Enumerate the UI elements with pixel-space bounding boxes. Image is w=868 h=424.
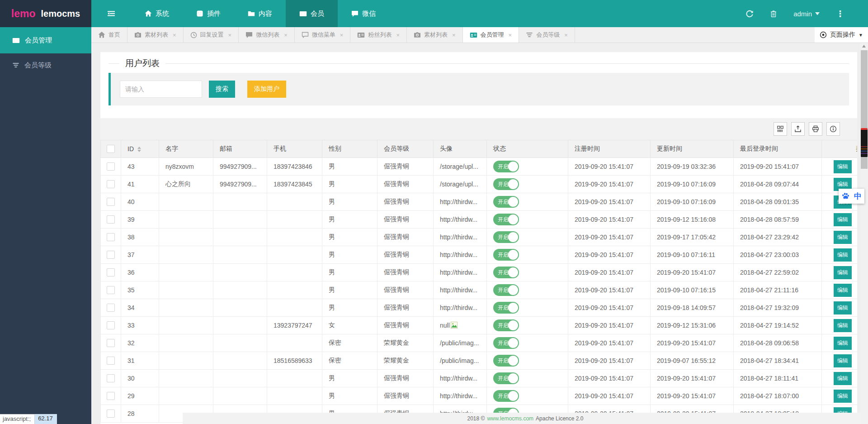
status-toggle[interactable]: 开启 <box>493 302 519 314</box>
edit-button[interactable]: 编辑 <box>834 337 852 350</box>
home-icon <box>145 10 152 17</box>
toggle-knob <box>508 338 518 348</box>
row-checkbox[interactable] <box>107 339 115 347</box>
cell-avatar: http://thirdw... <box>434 229 487 246</box>
edit-button[interactable]: 编辑 <box>834 231 852 244</box>
columns-filter-button[interactable] <box>774 122 787 136</box>
edit-button[interactable]: 编辑 <box>834 284 852 297</box>
row-checkbox[interactable] <box>107 304 115 312</box>
edit-button[interactable]: 编辑 <box>834 354 852 367</box>
scrollbar-up-arrow[interactable] <box>862 45 866 48</box>
status-toggle[interactable]: 开启 <box>493 231 519 243</box>
tab-回复设置[interactable]: 回复设置× <box>184 27 239 43</box>
refresh-icon[interactable] <box>745 10 754 18</box>
translate-popup[interactable]: 中 <box>839 189 864 204</box>
close-icon[interactable]: × <box>452 32 456 38</box>
sort-icon[interactable] <box>137 147 141 152</box>
status-toggle[interactable]: 开启 <box>493 372 519 384</box>
tab-微信列表[interactable]: 微信列表× <box>239 27 295 43</box>
info-button[interactable] <box>826 122 840 136</box>
sidebar-item-会员等级[interactable]: 会员等级 <box>0 53 91 77</box>
footer-link[interactable]: www.lemocms.com <box>487 415 533 422</box>
row-checkbox[interactable] <box>107 286 115 294</box>
status-toggle[interactable]: 开启 <box>493 178 519 190</box>
tab-会员管理[interactable]: 会员管理× <box>463 27 519 43</box>
tab-素材列表[interactable]: 素材列表× <box>127 27 184 43</box>
sidebar-item-会员管理[interactable]: 会员管理 <box>0 27 91 53</box>
close-icon[interactable]: × <box>340 32 344 38</box>
status-toggle[interactable]: 开启 <box>493 214 519 225</box>
edit-button[interactable]: 编辑 <box>834 390 852 403</box>
row-checkbox[interactable] <box>107 268 115 276</box>
page-actions-button[interactable]: 页面操作 ▼ <box>815 27 868 43</box>
row-checkbox[interactable] <box>107 198 115 206</box>
row-checkbox[interactable] <box>107 410 115 418</box>
user-dropdown[interactable]: admin <box>793 10 820 18</box>
status-toggle[interactable]: 开启 <box>493 249 519 261</box>
close-icon[interactable]: × <box>228 32 232 38</box>
col-label: 手机 <box>274 145 286 152</box>
edit-button[interactable]: 编辑 <box>834 266 852 279</box>
row-checkbox[interactable] <box>107 392 115 400</box>
edit-button[interactable]: 编辑 <box>834 372 852 385</box>
nav-item-会员[interactable]: 会员 <box>286 0 338 27</box>
select-all-checkbox[interactable] <box>107 145 115 153</box>
nav-item-插件[interactable]: 插件 <box>183 0 234 27</box>
nav-item-微信[interactable]: 微信 <box>338 0 389 27</box>
toggle-label: 开启 <box>498 234 509 240</box>
cell-email <box>213 299 267 317</box>
export-button[interactable] <box>791 122 805 136</box>
tab-首页[interactable]: 首页 <box>91 27 127 43</box>
edit-button[interactable]: 编辑 <box>834 301 852 314</box>
close-icon[interactable]: × <box>564 32 568 38</box>
row-checkbox[interactable] <box>107 374 115 382</box>
tab-微信菜单[interactable]: 微信菜单× <box>295 27 351 43</box>
status-toggle[interactable]: 开启 <box>493 267 519 278</box>
close-icon[interactable]: × <box>173 32 176 38</box>
toggle-knob <box>508 162 518 172</box>
search-button[interactable]: 搜索 <box>209 81 235 98</box>
close-icon[interactable]: × <box>396 32 400 38</box>
nav-item-系统[interactable]: 系统 <box>131 0 183 27</box>
more-options-icon[interactable]: ⋮ <box>836 9 844 19</box>
status-toggle[interactable]: 开启 <box>493 337 519 349</box>
close-icon[interactable]: × <box>284 32 288 38</box>
status-toggle[interactable]: 开启 <box>493 161 519 172</box>
edit-button[interactable]: 编辑 <box>834 213 852 226</box>
tab-会员等级[interactable]: 会员等级× <box>519 27 575 43</box>
tab-粉丝列表[interactable]: 粉丝列表× <box>350 27 407 43</box>
row-checkbox[interactable] <box>107 251 115 259</box>
edit-button[interactable]: 编辑 <box>834 248 852 262</box>
add-user-button[interactable]: 添加用户 <box>247 81 286 98</box>
cell-avatar: http://thirdw... <box>434 264 487 281</box>
vertical-scrollbar[interactable] <box>860 43 868 424</box>
status-toggle[interactable]: 开启 <box>493 319 519 331</box>
col-id[interactable]: ID <box>121 140 159 158</box>
print-button[interactable] <box>809 122 822 136</box>
row-checkbox[interactable] <box>107 321 115 329</box>
status-toggle[interactable]: 开启 <box>493 390 519 402</box>
cell-email <box>213 334 267 352</box>
row-checkbox[interactable] <box>107 215 115 224</box>
status-toggle[interactable]: 开启 <box>493 355 519 367</box>
search-input[interactable] <box>120 81 202 98</box>
edit-button[interactable]: 编辑 <box>834 319 852 332</box>
row-checkbox[interactable] <box>107 233 115 241</box>
row-checkbox[interactable] <box>107 180 115 188</box>
cell-select <box>101 176 121 193</box>
cell-avatar: /storage/upl... <box>434 176 487 193</box>
trash-icon[interactable] <box>770 10 777 18</box>
cell-phone <box>267 193 322 211</box>
row-checkbox[interactable] <box>107 162 115 171</box>
close-icon[interactable]: × <box>509 32 512 38</box>
status-toggle[interactable]: 开启 <box>493 284 519 296</box>
table-row: 3313923797247女倔强青铜null开启2019-09-20 15:41… <box>101 317 858 334</box>
sidebar-toggle-button[interactable] <box>91 0 131 27</box>
tab-素材列表[interactable]: 素材列表× <box>407 27 463 43</box>
status-toggle[interactable]: 开启 <box>493 196 519 208</box>
cell-select <box>101 370 121 387</box>
row-checkbox[interactable] <box>107 357 115 365</box>
edit-button[interactable]: 编辑 <box>834 160 852 173</box>
cell-reg: 2019-09-20 15:41:07 <box>568 229 651 246</box>
nav-item-内容[interactable]: 内容 <box>234 0 286 27</box>
